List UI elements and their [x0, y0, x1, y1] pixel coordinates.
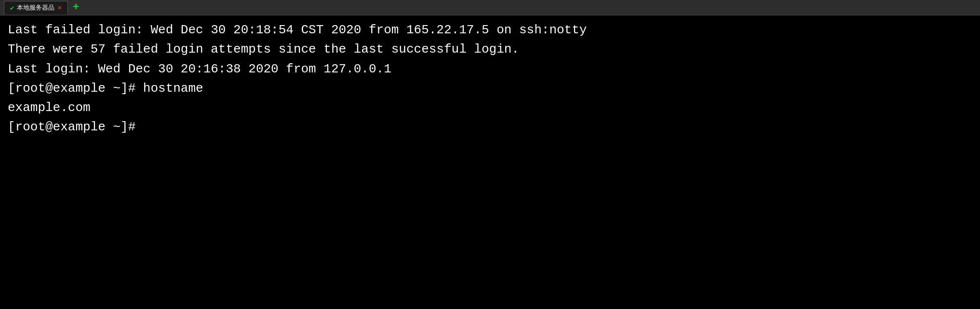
terminal-line-4: [root@example ~]# hostname	[8, 79, 972, 98]
tab-bar: ✔ 本地服务器品 ✕ +	[0, 0, 980, 15]
tab-item-1[interactable]: ✔ 本地服务器品 ✕	[4, 1, 68, 14]
terminal-prompt-line[interactable]: [root@example ~]#	[8, 117, 972, 137]
terminal-line-3: Last login: Wed Dec 30 20:16:38 2020 fro…	[8, 59, 972, 79]
tab-label: 本地服务器品	[17, 3, 54, 12]
tab-close-button[interactable]: ✕	[57, 4, 61, 11]
new-tab-button[interactable]: +	[70, 2, 82, 13]
terminal-area[interactable]: Last failed login: Wed Dec 30 20:18:54 C…	[0, 15, 980, 309]
terminal-line-2: There were 57 failed login attempts sinc…	[8, 40, 972, 59]
terminal-line-1: Last failed login: Wed Dec 30 20:18:54 C…	[8, 20, 972, 40]
terminal-line-5: example.com	[8, 98, 972, 117]
tab-check-icon: ✔	[10, 4, 14, 12]
